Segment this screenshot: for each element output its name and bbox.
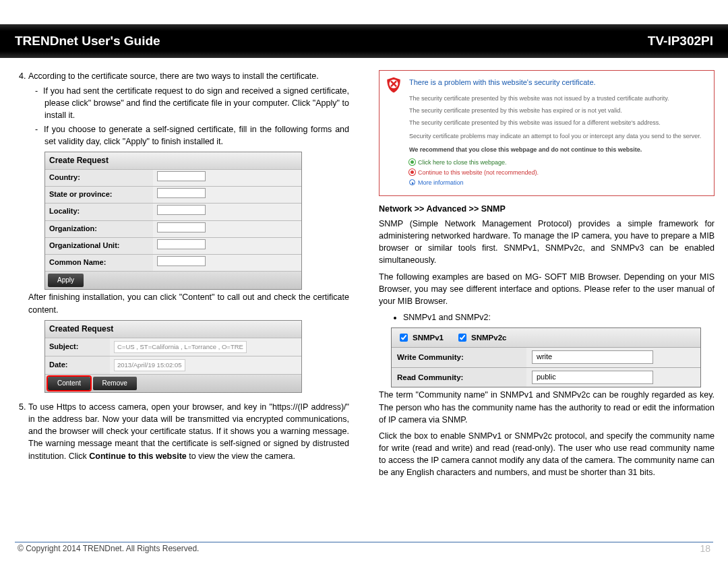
created-request-heading: Created Request	[45, 321, 301, 338]
content-button[interactable]: Content	[48, 377, 90, 391]
left-column: According to the certificate source, the…	[13, 70, 349, 482]
created-date-label: Date:	[45, 357, 110, 373]
created-request-panel: Created Request Subject:C=US , ST=Califo…	[44, 320, 302, 393]
snmp-p2: The following examples are based on MG- …	[379, 271, 715, 307]
continue-bold: Continue to this website	[89, 451, 186, 461]
cert-text-3: The security certificate presented by th…	[409, 119, 706, 127]
cert-text-2: The security certificate presented by th…	[409, 106, 706, 115]
copyright: © Copyright 2014 TRENDnet. All Rights Re…	[18, 544, 199, 553]
read-community-label: Read Community:	[392, 368, 526, 387]
label-orgunit: Organizational Unit:	[45, 238, 153, 254]
step4-dash1: If you had sent the certificate request …	[44, 85, 349, 121]
input-commonname[interactable]	[157, 256, 206, 266]
create-request-heading: Create Request	[45, 152, 301, 170]
step4-intro: According to the certificate source, the…	[28, 71, 319, 81]
label-country: Country:	[45, 170, 153, 186]
page-footer: © Copyright 2014 TRENDnet. All Rights Re…	[0, 543, 728, 554]
snmp-heading: Network >> Advanced >> SNMP	[379, 203, 715, 215]
snmp-bullet1: SNMPv1 and SNMPv2:	[403, 311, 715, 323]
right-column: There is a problem with this website's s…	[379, 70, 715, 482]
cert-text-4: Security certificate problems may indica…	[409, 132, 706, 140]
after-install-text: After finishing installation, you can cl…	[28, 291, 349, 315]
input-orgunit[interactable]	[157, 239, 206, 249]
create-request-panel: Create Request Country: State or provinc…	[44, 152, 302, 290]
snmp-p3: The term "Community name" in SNMPv1 and …	[379, 389, 715, 425]
remove-button[interactable]: Remove	[93, 377, 137, 391]
shield-warning-icon	[385, 76, 402, 94]
step-5: To use Https to access camera, open your…	[28, 401, 349, 462]
close-page-link[interactable]: Click here to close this webpage.	[409, 158, 706, 166]
created-date-value: 2013/April/19 15:02:05	[114, 359, 185, 371]
write-community-input[interactable]: write	[532, 350, 653, 364]
input-state[interactable]	[157, 188, 206, 198]
label-state: State or province:	[45, 187, 153, 203]
page-number: 18	[700, 543, 710, 554]
read-community-input[interactable]: public	[532, 371, 653, 384]
cert-warning-box: There is a problem with this website's s…	[379, 70, 715, 196]
snmpv1-checkbox[interactable]: SNMPv1	[397, 332, 444, 344]
label-locality: Locality:	[45, 204, 153, 220]
created-subject-value: C=US , ST=California , L=Torrance , O=TR…	[114, 341, 247, 353]
cert-text-1: The security certificate presented by th…	[409, 94, 706, 102]
more-info-link[interactable]: More information	[409, 179, 706, 187]
input-country[interactable]	[157, 171, 206, 181]
cert-warning-title: There is a problem with this website's s…	[409, 77, 706, 88]
step-4: According to the certificate source, the…	[28, 70, 349, 398]
continue-link[interactable]: Continue to this website (not recommende…	[409, 168, 706, 177]
input-org[interactable]	[157, 222, 206, 232]
write-community-label: Write Community:	[392, 348, 526, 367]
apply-button[interactable]: Apply	[48, 274, 84, 288]
page-header: TRENDnet User's Guide TV-IP302PI	[0, 24, 728, 58]
input-locality[interactable]	[157, 205, 206, 215]
model-number: TV-IP302PI	[648, 34, 713, 49]
snmpv2c-checkbox[interactable]: SNMPv2c	[456, 332, 506, 344]
snmp-p4: Click the box to enable SNMPv1 or SNMPv2…	[379, 430, 715, 479]
step4-dash2: If you choose to generate a self-signed …	[44, 123, 349, 148]
label-commonname: Common Name:	[45, 255, 153, 271]
created-subject-label: Subject:	[45, 339, 110, 355]
snmp-p1: SNMP (Simple Network Management Protocol…	[379, 218, 715, 267]
label-org: Organization:	[45, 221, 153, 237]
snmp-panel: SNMPv1 SNMPv2c Write Community: write Re…	[391, 327, 701, 387]
guide-title: TRENDnet User's Guide	[15, 34, 160, 49]
cert-recommend: We recommend that you close this webpage…	[409, 146, 706, 154]
